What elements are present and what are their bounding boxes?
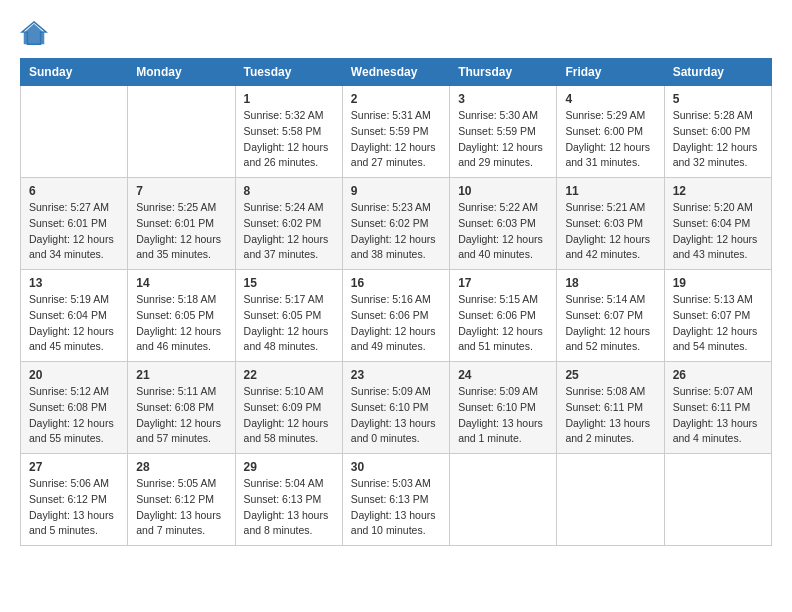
daylight-text: Daylight: 12 hours and 58 minutes.: [244, 417, 329, 445]
sunrise-text: Sunrise: 5:24 AM: [244, 201, 324, 213]
daylight-text: Daylight: 12 hours and 55 minutes.: [29, 417, 114, 445]
day-number: 19: [673, 276, 763, 290]
calendar-cell: 16 Sunrise: 5:16 AM Sunset: 6:06 PM Dayl…: [342, 270, 449, 362]
daylight-text: Daylight: 12 hours and 35 minutes.: [136, 233, 221, 261]
calendar-cell: 9 Sunrise: 5:23 AM Sunset: 6:02 PM Dayli…: [342, 178, 449, 270]
sunrise-text: Sunrise: 5:05 AM: [136, 477, 216, 489]
sunrise-text: Sunrise: 5:22 AM: [458, 201, 538, 213]
calendar-cell: 18 Sunrise: 5:14 AM Sunset: 6:07 PM Dayl…: [557, 270, 664, 362]
daylight-text: Daylight: 13 hours and 4 minutes.: [673, 417, 758, 445]
daylight-text: Daylight: 13 hours and 2 minutes.: [565, 417, 650, 445]
sunrise-text: Sunrise: 5:10 AM: [244, 385, 324, 397]
day-number: 29: [244, 460, 334, 474]
sunrise-text: Sunrise: 5:17 AM: [244, 293, 324, 305]
day-number: 26: [673, 368, 763, 382]
calendar-cell: 6 Sunrise: 5:27 AM Sunset: 6:01 PM Dayli…: [21, 178, 128, 270]
daylight-text: Daylight: 13 hours and 8 minutes.: [244, 509, 329, 537]
sunset-text: Sunset: 6:00 PM: [673, 125, 751, 137]
daylight-text: Daylight: 12 hours and 57 minutes.: [136, 417, 221, 445]
column-header-tuesday: Tuesday: [235, 59, 342, 86]
day-number: 21: [136, 368, 226, 382]
calendar-cell: 1 Sunrise: 5:32 AM Sunset: 5:58 PM Dayli…: [235, 86, 342, 178]
calendar-cell: 28 Sunrise: 5:05 AM Sunset: 6:12 PM Dayl…: [128, 454, 235, 546]
sunrise-text: Sunrise: 5:18 AM: [136, 293, 216, 305]
calendar-cell: 11 Sunrise: 5:21 AM Sunset: 6:03 PM Dayl…: [557, 178, 664, 270]
calendar-cell: 7 Sunrise: 5:25 AM Sunset: 6:01 PM Dayli…: [128, 178, 235, 270]
daylight-text: Daylight: 12 hours and 26 minutes.: [244, 141, 329, 169]
sunset-text: Sunset: 6:10 PM: [458, 401, 536, 413]
column-header-monday: Monday: [128, 59, 235, 86]
calendar-cell: 3 Sunrise: 5:30 AM Sunset: 5:59 PM Dayli…: [450, 86, 557, 178]
calendar-cell: 27 Sunrise: 5:06 AM Sunset: 6:12 PM Dayl…: [21, 454, 128, 546]
day-number: 22: [244, 368, 334, 382]
calendar-cell: 12 Sunrise: 5:20 AM Sunset: 6:04 PM Dayl…: [664, 178, 771, 270]
day-number: 20: [29, 368, 119, 382]
calendar-cell: 30 Sunrise: 5:03 AM Sunset: 6:13 PM Dayl…: [342, 454, 449, 546]
calendar-cell: 2 Sunrise: 5:31 AM Sunset: 5:59 PM Dayli…: [342, 86, 449, 178]
sunrise-text: Sunrise: 5:11 AM: [136, 385, 216, 397]
daylight-text: Daylight: 12 hours and 54 minutes.: [673, 325, 758, 353]
daylight-text: Daylight: 12 hours and 43 minutes.: [673, 233, 758, 261]
sunset-text: Sunset: 6:11 PM: [673, 401, 751, 413]
sunset-text: Sunset: 6:03 PM: [458, 217, 536, 229]
day-number: 24: [458, 368, 548, 382]
calendar-cell: 10 Sunrise: 5:22 AM Sunset: 6:03 PM Dayl…: [450, 178, 557, 270]
day-number: 25: [565, 368, 655, 382]
calendar-cell: 19 Sunrise: 5:13 AM Sunset: 6:07 PM Dayl…: [664, 270, 771, 362]
calendar-cell: [664, 454, 771, 546]
sunrise-text: Sunrise: 5:21 AM: [565, 201, 645, 213]
daylight-text: Daylight: 12 hours and 31 minutes.: [565, 141, 650, 169]
calendar-cell: 26 Sunrise: 5:07 AM Sunset: 6:11 PM Dayl…: [664, 362, 771, 454]
calendar-cell: 23 Sunrise: 5:09 AM Sunset: 6:10 PM Dayl…: [342, 362, 449, 454]
daylight-text: Daylight: 13 hours and 10 minutes.: [351, 509, 436, 537]
daylight-text: Daylight: 13 hours and 1 minute.: [458, 417, 543, 445]
day-number: 11: [565, 184, 655, 198]
calendar-cell: 25 Sunrise: 5:08 AM Sunset: 6:11 PM Dayl…: [557, 362, 664, 454]
column-header-thursday: Thursday: [450, 59, 557, 86]
sunrise-text: Sunrise: 5:07 AM: [673, 385, 753, 397]
daylight-text: Daylight: 13 hours and 0 minutes.: [351, 417, 436, 445]
daylight-text: Daylight: 12 hours and 48 minutes.: [244, 325, 329, 353]
daylight-text: Daylight: 12 hours and 49 minutes.: [351, 325, 436, 353]
day-number: 18: [565, 276, 655, 290]
day-number: 2: [351, 92, 441, 106]
day-number: 1: [244, 92, 334, 106]
sunrise-text: Sunrise: 5:08 AM: [565, 385, 645, 397]
calendar-cell: 5 Sunrise: 5:28 AM Sunset: 6:00 PM Dayli…: [664, 86, 771, 178]
sunset-text: Sunset: 6:07 PM: [673, 309, 751, 321]
column-header-friday: Friday: [557, 59, 664, 86]
sunset-text: Sunset: 5:58 PM: [244, 125, 322, 137]
daylight-text: Daylight: 12 hours and 45 minutes.: [29, 325, 114, 353]
column-header-saturday: Saturday: [664, 59, 771, 86]
sunset-text: Sunset: 6:04 PM: [673, 217, 751, 229]
sunrise-text: Sunrise: 5:15 AM: [458, 293, 538, 305]
sunrise-text: Sunrise: 5:09 AM: [351, 385, 431, 397]
calendar-cell: 17 Sunrise: 5:15 AM Sunset: 6:06 PM Dayl…: [450, 270, 557, 362]
day-number: 9: [351, 184, 441, 198]
sunrise-text: Sunrise: 5:04 AM: [244, 477, 324, 489]
calendar-cell: [21, 86, 128, 178]
calendar-week-row: 6 Sunrise: 5:27 AM Sunset: 6:01 PM Dayli…: [21, 178, 772, 270]
sunset-text: Sunset: 6:09 PM: [244, 401, 322, 413]
sunrise-text: Sunrise: 5:20 AM: [673, 201, 753, 213]
sunset-text: Sunset: 6:05 PM: [244, 309, 322, 321]
sunset-text: Sunset: 6:11 PM: [565, 401, 643, 413]
day-number: 5: [673, 92, 763, 106]
daylight-text: Daylight: 12 hours and 52 minutes.: [565, 325, 650, 353]
calendar-cell: 29 Sunrise: 5:04 AM Sunset: 6:13 PM Dayl…: [235, 454, 342, 546]
sunrise-text: Sunrise: 5:32 AM: [244, 109, 324, 121]
daylight-text: Daylight: 12 hours and 27 minutes.: [351, 141, 436, 169]
daylight-text: Daylight: 12 hours and 38 minutes.: [351, 233, 436, 261]
calendar-header-row: SundayMondayTuesdayWednesdayThursdayFrid…: [21, 59, 772, 86]
sunset-text: Sunset: 6:08 PM: [29, 401, 107, 413]
sunrise-text: Sunrise: 5:09 AM: [458, 385, 538, 397]
sunset-text: Sunset: 6:04 PM: [29, 309, 107, 321]
daylight-text: Daylight: 12 hours and 34 minutes.: [29, 233, 114, 261]
day-number: 15: [244, 276, 334, 290]
calendar-cell: 15 Sunrise: 5:17 AM Sunset: 6:05 PM Dayl…: [235, 270, 342, 362]
calendar-cell: [557, 454, 664, 546]
calendar-cell: 13 Sunrise: 5:19 AM Sunset: 6:04 PM Dayl…: [21, 270, 128, 362]
sunrise-text: Sunrise: 5:03 AM: [351, 477, 431, 489]
sunset-text: Sunset: 6:10 PM: [351, 401, 429, 413]
sunset-text: Sunset: 6:00 PM: [565, 125, 643, 137]
